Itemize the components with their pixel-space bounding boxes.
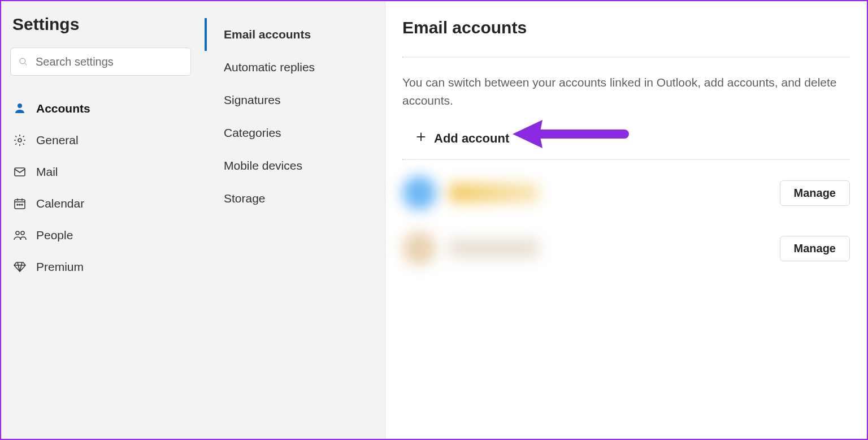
account-row: Manage [402,160,850,226]
account-row: Manage [402,226,850,281]
sidebar-item-general[interactable]: General [1,124,191,156]
manage-button[interactable]: Manage [780,180,850,206]
subnav-item-label: Email accounts [224,28,311,41]
subnav-item-categories[interactable]: Categories [205,117,385,149]
subnav-item-email-accounts[interactable]: Email accounts [205,18,385,51]
svg-rect-4 [15,168,25,176]
diamond-icon [12,260,27,274]
account-info-blurred [402,176,539,210]
sidebar-item-label: General [36,133,79,147]
svg-point-12 [16,231,19,235]
page-description: You can switch between your accounts lin… [402,74,843,109]
account-info-blurred [402,231,539,265]
search-input[interactable] [10,48,191,76]
add-account-button[interactable]: Add account [402,124,514,153]
sidebar-item-accounts[interactable]: Accounts [1,93,191,124]
svg-point-3 [18,139,21,142]
account-name-blurred [449,183,539,202]
sidebar-item-label: People [36,228,73,242]
svg-point-13 [21,231,24,235]
svg-line-1 [25,63,27,65]
mail-icon [12,165,27,179]
subnav-item-automatic-replies[interactable]: Automatic replies [205,51,385,84]
add-account-label: Add account [434,131,509,146]
svg-point-11 [21,204,23,205]
accounts-subnav: Email accounts Automatic replies Signatu… [200,1,385,439]
settings-sidebar: Settings Accounts General Mail [1,1,200,439]
subnav-item-label: Mobile devices [224,159,302,172]
svg-point-0 [20,58,25,64]
people-icon [12,228,27,243]
sidebar-item-premium[interactable]: Premium [1,251,191,283]
gear-icon [12,133,27,148]
svg-point-9 [17,204,18,205]
settings-title: Settings [10,15,191,34]
subnav-item-signatures[interactable]: Signatures [205,84,385,117]
svg-point-10 [19,204,20,205]
account-name-blurred [449,239,539,258]
sidebar-item-label: Calendar [36,197,84,210]
avatar [402,231,436,265]
sidebar-item-people[interactable]: People [1,219,191,251]
plus-icon [415,131,427,146]
sidebar-item-label: Mail [36,165,58,179]
main-panel: Email accounts You can switch between yo… [385,1,867,439]
subnav-item-mobile-devices[interactable]: Mobile devices [205,149,385,182]
sidebar-item-calendar[interactable]: Calendar [1,188,191,219]
sidebar-item-label: Premium [36,260,84,274]
subnav-item-storage[interactable]: Storage [205,182,385,215]
subnav-item-label: Automatic replies [224,61,315,74]
sidebar-item-label: Accounts [36,102,90,115]
subnav-item-label: Categories [224,126,281,140]
page-title: Email accounts [402,18,850,37]
avatar [402,176,436,210]
search-wrapper [10,48,191,76]
person-icon [12,101,27,116]
svg-point-2 [18,103,22,108]
settings-nav: Accounts General Mail Calendar People [10,93,191,283]
sidebar-item-mail[interactable]: Mail [1,156,191,188]
calendar-icon [12,196,27,211]
manage-button[interactable]: Manage [780,236,850,261]
subnav-item-label: Storage [224,192,266,205]
subnav-item-label: Signatures [224,93,280,107]
